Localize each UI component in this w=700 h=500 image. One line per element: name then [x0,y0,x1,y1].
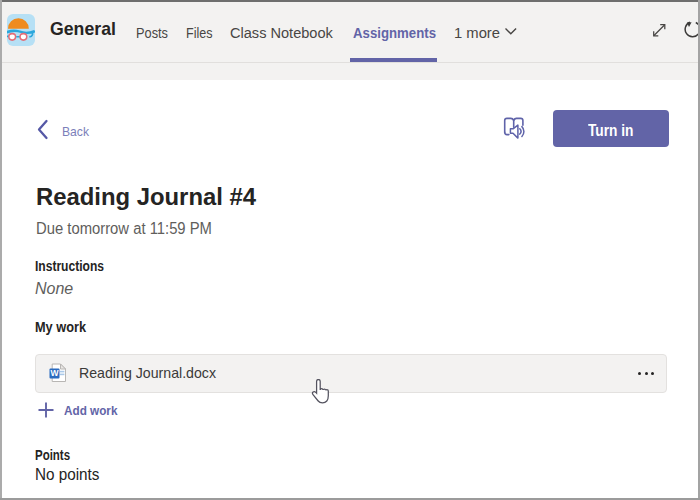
svg-text:W: W [50,368,59,378]
